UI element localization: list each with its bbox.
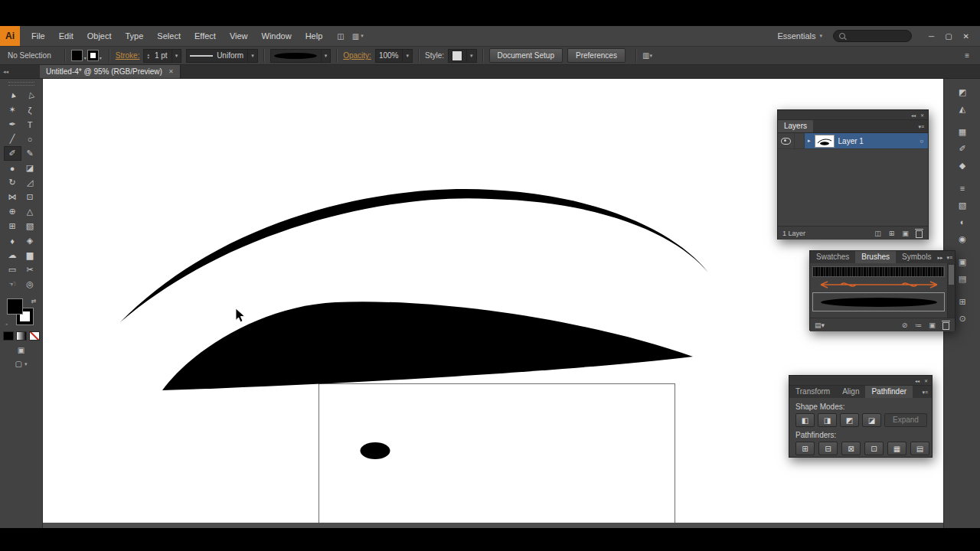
eyedropper-tool[interactable]: ♦	[4, 233, 21, 248]
opacity-dropdown[interactable]: 100% ▾	[375, 49, 413, 63]
chevron-down-icon[interactable]: ▾	[84, 55, 87, 60]
scale-tool[interactable]: ◿	[21, 175, 39, 190]
panel-grip[interactable]	[8, 82, 34, 86]
swatches-panel-icon[interactable]: ▦	[952, 125, 972, 139]
expand-triangle-icon[interactable]: ▸	[808, 138, 811, 144]
brush-item-arrow[interactable]	[812, 279, 945, 291]
style-dropdown[interactable]: ▾	[448, 49, 477, 63]
paintbrush-tool[interactable]: ✐	[4, 146, 21, 161]
new-layer-icon[interactable]: ▣	[901, 229, 910, 238]
brushes-panel-icon[interactable]: ✐	[952, 142, 972, 155]
collapse-panel-icon[interactable]: ◂◂	[911, 112, 916, 118]
menu-edit[interactable]: Edit	[52, 26, 80, 46]
exclude-button[interactable]: ◪	[862, 413, 881, 427]
close-button[interactable]: ✕	[963, 32, 969, 41]
line-segment-tool[interactable]: ╱	[4, 132, 21, 146]
width-tool[interactable]: ⋈	[4, 190, 21, 204]
tab-brushes[interactable]: Brushes	[855, 251, 896, 263]
tab-transform[interactable]: Transform	[789, 386, 836, 398]
close-panel-icon[interactable]: ✕	[920, 112, 924, 118]
small-black-ellipse[interactable]	[361, 442, 390, 459]
panel-menu-icon[interactable]: ▾≡	[918, 124, 928, 132]
mesh-tool[interactable]: ⊞	[4, 219, 21, 233]
brush-definition-dropdown[interactable]: ▾	[270, 49, 332, 63]
brush-item-charcoal[interactable]	[812, 266, 945, 277]
minus-back-button[interactable]: ▤	[910, 442, 929, 455]
bridge-icon[interactable]: ◫	[337, 32, 344, 41]
thin-curved-stroke[interactable]	[120, 189, 708, 322]
eraser-tool[interactable]: ◪	[21, 161, 39, 175]
control-panel-menu-icon[interactable]: ≡	[965, 51, 969, 60]
stroke-panel-link[interactable]: Stroke:	[116, 51, 140, 60]
stepper-arrows-icon[interactable]: ▴▾	[147, 53, 149, 59]
layer-thumbnail[interactable]	[815, 135, 835, 148]
expand-button[interactable]: Expand	[884, 413, 927, 427]
swap-fill-stroke-icon[interactable]: ⇄	[31, 298, 37, 305]
gradient-button[interactable]	[16, 331, 27, 341]
drawing-modes-button[interactable]: ▣	[18, 346, 24, 354]
chevron-down-icon[interactable]: ▾	[649, 53, 652, 59]
make-clipping-mask-icon[interactable]: ◫	[874, 229, 882, 238]
symbols-panel-icon[interactable]: ◆	[952, 158, 972, 172]
tab-align[interactable]: Align	[836, 386, 865, 398]
slice-tool[interactable]: ✂	[21, 262, 39, 277]
search-input[interactable]	[833, 30, 912, 42]
stroke-color-swatch[interactable]	[88, 51, 98, 60]
gradient-tool[interactable]: ▧	[21, 219, 39, 233]
toolbar-collapse-icon[interactable]: ◂◂	[0, 69, 40, 75]
divide-button[interactable]: ⊞	[795, 442, 815, 455]
color-button[interactable]	[3, 331, 14, 341]
menu-select[interactable]: Select	[150, 26, 188, 46]
collapse-panel-icon[interactable]: ◂◂	[915, 378, 920, 383]
intersect-button[interactable]: ◩	[840, 413, 859, 427]
selected-layer-highlight[interactable]: ▸ Layer 1 ○	[805, 133, 928, 148]
artboard-tool[interactable]: ▭	[4, 262, 21, 277]
tab-layers[interactable]: Layers	[778, 120, 813, 132]
workspace-switcher[interactable]: Essentials ▾	[777, 31, 822, 41]
document-tab-close-icon[interactable]: ✕	[168, 68, 174, 75]
none-button[interactable]	[29, 331, 40, 341]
pen-tool[interactable]: ✒	[4, 117, 21, 132]
close-panel-icon[interactable]: ✕	[924, 378, 928, 383]
pencil-tool[interactable]: ✎	[21, 146, 39, 161]
appearance-panel-icon[interactable]: ◉	[952, 232, 972, 246]
document-tab[interactable]: Untitled-4* @ 95% (RGB/Preview) ✕	[40, 65, 181, 78]
outline-button[interactable]: ▦	[887, 442, 906, 455]
shape-builder-tool[interactable]: ⊕	[4, 204, 21, 219]
symbol-sprayer-tool[interactable]: ☁	[4, 248, 21, 262]
free-transform-tool[interactable]: ⊡	[21, 190, 39, 204]
stroke-width-stepper[interactable]: ▴▾ 1 pt ▾	[143, 49, 181, 63]
arrange-documents-icon[interactable]: ▥ ▾	[352, 32, 364, 41]
color-guide-panel-icon[interactable]: ◭	[952, 102, 972, 116]
brush-options-icon[interactable]: ≔	[914, 321, 923, 330]
menu-window[interactable]: Window	[255, 26, 299, 46]
magic-wand-tool[interactable]: ✶	[4, 103, 21, 117]
width-profile-dropdown[interactable]: Uniform ▾	[186, 49, 258, 63]
delete-layer-icon[interactable]	[915, 229, 923, 238]
blend-tool[interactable]: ◈	[21, 233, 39, 248]
menu-effect[interactable]: Effect	[188, 26, 223, 46]
layer-name[interactable]: Layer 1	[838, 137, 864, 145]
scrollbar-thumb[interactable]	[949, 265, 954, 285]
chevron-down-icon[interactable]: ▾	[402, 50, 409, 62]
ellipse-tool[interactable]: ○	[21, 132, 39, 146]
perspective-grid-tool[interactable]: △	[21, 204, 39, 219]
opacity-panel-link[interactable]: Opacity:	[343, 51, 371, 60]
default-fill-stroke-icon[interactable]: ▫	[6, 321, 8, 327]
chevron-down-icon[interactable]: ▾	[100, 55, 102, 60]
gradient-panel-icon[interactable]: ▧	[952, 198, 972, 212]
crop-button[interactable]: ⊡	[864, 442, 884, 455]
tab-swatches[interactable]: Swatches	[810, 251, 855, 263]
menu-type[interactable]: Type	[119, 26, 151, 46]
hand-tool[interactable]: ☜	[4, 277, 21, 292]
trim-button[interactable]: ⊟	[818, 442, 838, 455]
chevron-down-icon[interactable]: ▾	[466, 50, 473, 62]
new-sublayer-icon[interactable]: ⊞	[887, 229, 896, 238]
menu-help[interactable]: Help	[299, 26, 330, 46]
remove-brush-stroke-icon[interactable]: ⊘	[900, 321, 909, 330]
new-brush-icon[interactable]: ▣	[928, 321, 936, 330]
menu-view[interactable]: View	[223, 26, 255, 46]
lock-toggle[interactable]	[795, 133, 805, 148]
unite-button[interactable]: ◧	[795, 413, 815, 427]
panel-menu-icon[interactable]: ▾≡	[946, 255, 956, 263]
